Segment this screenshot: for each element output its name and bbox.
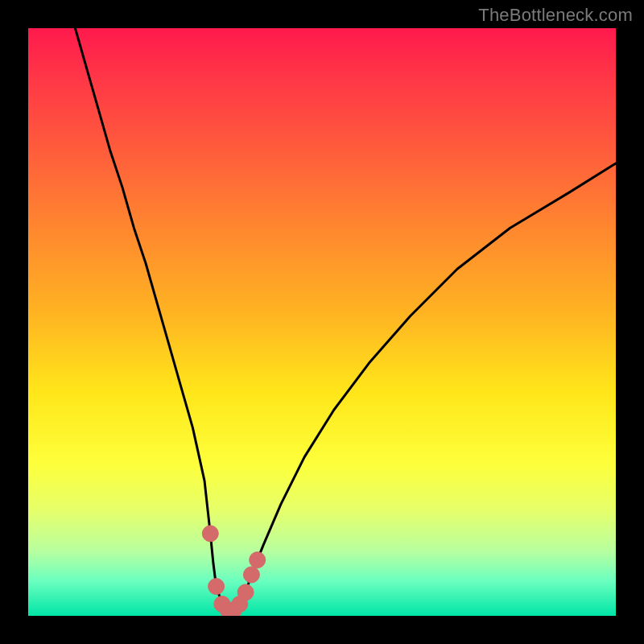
chart-svg xyxy=(28,28,616,616)
highlight-dot xyxy=(250,552,266,568)
chart-frame: TheBottleneck.com xyxy=(0,0,644,644)
highlight-dot xyxy=(243,567,259,583)
highlight-dot xyxy=(208,579,225,595)
highlight-dot xyxy=(237,584,254,601)
watermark-text: TheBottleneck.com xyxy=(478,5,633,26)
bottleneck-curve xyxy=(75,28,616,610)
highlight-markers xyxy=(202,526,265,616)
highlight-dot xyxy=(202,526,218,542)
plot-area xyxy=(28,28,616,616)
